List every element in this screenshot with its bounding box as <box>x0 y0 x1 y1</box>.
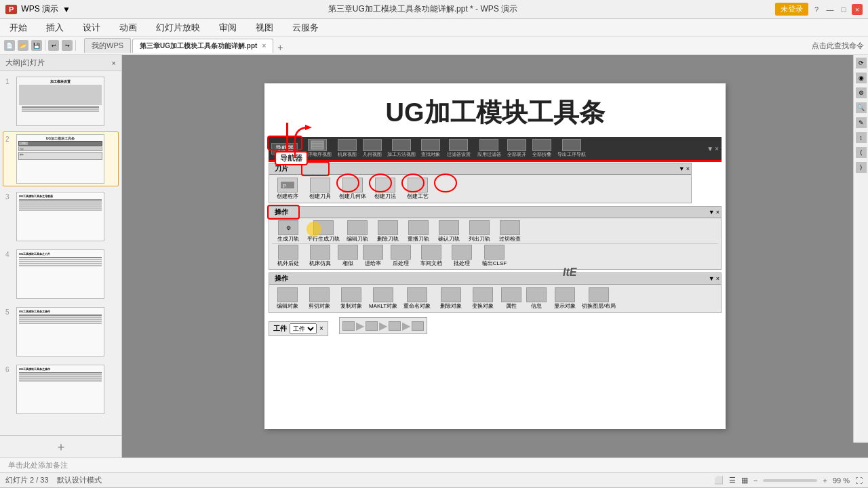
slide-item-4[interactable]: 4 UG工具模块工具条之刀片 <box>3 247 119 302</box>
rs-btn-3[interactable]: ⚙ <box>856 87 867 98</box>
maximize-button[interactable]: □ <box>838 4 849 15</box>
menu-design[interactable]: 设计 <box>79 20 104 35</box>
rs-btn-2[interactable]: ◉ <box>856 73 867 83</box>
add-slide-button[interactable]: ＋ <box>3 439 119 455</box>
nav-item-5[interactable]: 查找对象 <box>418 138 443 159</box>
nav-item-8[interactable]: 全部展开 <box>505 138 529 159</box>
login-button[interactable]: 未登录 <box>775 3 808 16</box>
op2-item-postprocess[interactable]: 后处理 <box>386 245 416 267</box>
slide-note[interactable]: 单击此处添加备注 <box>0 458 868 472</box>
knife-close-btn[interactable]: × <box>686 165 690 172</box>
obj-info[interactable]: 信息 <box>524 287 549 310</box>
knife-item-3[interactable]: 创建几何体 <box>337 178 368 200</box>
nav-item-6[interactable]: 过滤器设置 <box>443 138 473 159</box>
obj-transform[interactable]: 变换对象 <box>467 287 498 310</box>
op2-item-sim[interactable]: 机床仿真 <box>305 245 335 267</box>
tab-close-icon[interactable]: × <box>262 42 266 49</box>
fullscreen-btn[interactable]: ⛶ <box>855 476 863 485</box>
obj-copy[interactable]: 复制对象 <box>336 287 367 310</box>
nav-item-1[interactable]: 程序顺序视图 <box>300 138 334 159</box>
menu-view[interactable]: 视图 <box>252 20 277 35</box>
obj-prop[interactable]: 属性 <box>499 287 524 310</box>
menu-insert[interactable]: 插入 <box>42 20 68 35</box>
op2-item-similar[interactable]: 相似 <box>336 245 360 267</box>
obj-maklt[interactable]: MAKLT对象 <box>368 287 399 310</box>
slide-item-2[interactable]: 2 UG加工模块工具条 导航 刀片 操作 <box>3 131 119 186</box>
tool-ctrl-1[interactable] <box>342 321 355 331</box>
workpiece-close[interactable]: × <box>319 325 323 332</box>
rs-btn-5[interactable]: ✎ <box>856 117 867 128</box>
op-item-gen[interactable]: ⚙ 生成刀轨 <box>272 220 304 243</box>
knife-item-4[interactable]: 创建刀法 <box>370 178 401 200</box>
nav-item-3[interactable]: 几何视图 <box>360 138 384 159</box>
open-icon[interactable]: 📂 <box>18 40 28 51</box>
save-icon[interactable]: 💾 <box>31 40 42 51</box>
menu-animation[interactable]: 动画 <box>115 20 141 35</box>
help-button[interactable]: ? <box>811 4 822 15</box>
obj-show[interactable]: 显示对象 <box>549 287 580 310</box>
nav-item-9[interactable]: 全部折叠 <box>530 138 554 159</box>
nav-item-7[interactable]: 应用过滤器 <box>474 138 504 159</box>
tab-mywps[interactable]: 我的WPS <box>84 38 131 53</box>
redo-icon[interactable]: ↪ <box>62 40 73 51</box>
op-item-replay[interactable]: 重播刀轨 <box>403 220 433 243</box>
rs-btn-1[interactable]: ⟳ <box>856 58 867 68</box>
obj-rename[interactable]: 重命名对象 <box>399 287 435 310</box>
op2-item-feed[interactable]: 进给率 <box>361 245 385 267</box>
rs-btn-6[interactable]: ↕ <box>856 132 867 143</box>
rs-btn-4[interactable]: 🔍 <box>856 102 867 113</box>
menu-slideshow[interactable]: 幻灯片放映 <box>152 20 204 35</box>
nav-item-10[interactable]: 导出工序导航 <box>555 138 589 159</box>
new-icon[interactable]: 📄 <box>4 40 15 51</box>
nav-item-2[interactable]: 机床视图 <box>335 138 359 159</box>
undo-icon[interactable]: ↩ <box>48 40 59 51</box>
tool-ctrl-3[interactable] <box>389 321 401 331</box>
panel-outline-tab[interactable]: 大纲 <box>5 58 20 68</box>
op-menu-btn[interactable]: ▼ <box>709 209 715 216</box>
op-item-confirm[interactable]: 确认刀轨 <box>434 220 464 243</box>
op-close-btn[interactable]: × <box>716 209 719 216</box>
op2-item-batch[interactable]: 批处理 <box>447 245 477 267</box>
menu-start[interactable]: 开始 <box>5 20 31 35</box>
workpiece-select[interactable]: 工件 <box>290 323 317 334</box>
slide-item-6[interactable]: 6 UG工具模块工具条之操作 <box>3 362 119 417</box>
close-button[interactable]: × <box>852 4 863 15</box>
search-hint[interactable]: 点击此查找命令 <box>812 41 864 51</box>
zoom-slider[interactable] <box>763 479 817 482</box>
tab-add-button[interactable]: + <box>275 42 285 53</box>
knife-item-2[interactable]: 创建刀具 <box>304 178 336 200</box>
knife-item-5[interactable]: 创建工艺 <box>402 178 433 200</box>
panel-slides-tab[interactable]: 幻灯片 <box>22 58 45 68</box>
zoom-in-btn[interactable]: + <box>823 476 827 485</box>
panel-close-btn[interactable]: × <box>112 59 116 67</box>
op3-menu-btn[interactable]: ▼ <box>709 275 715 282</box>
op2-item-clsf[interactable]: 输出CLSF <box>477 245 511 267</box>
op-item-edit[interactable]: 编辑刀轨 <box>342 220 372 243</box>
op2-item-postproc[interactable]: 机外后处 <box>272 245 304 267</box>
slide-item-3[interactable]: 3 UG工具模块工具条之导航器 <box>3 189 119 244</box>
nav-item-4[interactable]: 加工方法视图 <box>385 138 418 159</box>
nav-bar-close[interactable]: × <box>715 145 719 152</box>
obj-cut[interactable]: 剪切对象 <box>304 287 335 310</box>
rs-btn-8[interactable]: ⟩ <box>856 162 867 173</box>
op2-item-doc[interactable]: 车间文档 <box>416 245 446 267</box>
tool-ctrl-4[interactable] <box>412 321 424 331</box>
nav-bar-menu[interactable]: ▼ <box>707 145 713 152</box>
tab-file[interactable]: 第三章UG加工模块工具条功能详解.ppt × <box>132 39 273 53</box>
op-item-check[interactable]: 过切检查 <box>495 220 525 243</box>
minimize-button[interactable]: — <box>825 4 835 15</box>
menu-cloud[interactable]: 云服务 <box>288 20 323 35</box>
obj-layer[interactable]: 切换图层/布局 <box>581 287 616 310</box>
zoom-out-btn[interactable]: − <box>753 476 757 485</box>
obj-delete[interactable]: 删除对象 <box>435 287 467 310</box>
menu-review[interactable]: 审阅 <box>215 20 241 35</box>
obj-edit[interactable]: 编辑对象 <box>272 287 303 310</box>
tool-ctrl-2[interactable] <box>366 321 378 331</box>
op-item-del[interactable]: 删除刀轨 <box>373 220 403 243</box>
op-item-par[interactable]: 平行生成刀轨 <box>305 220 342 243</box>
op3-close-btn[interactable]: × <box>716 275 719 282</box>
slide-item-5[interactable]: 5 UG工具模块工具条之操作 <box>3 304 119 359</box>
rs-btn-7[interactable]: ⟨ <box>856 147 867 158</box>
slide-item-1[interactable]: 1 加工模块设置 <box>3 74 119 129</box>
view-outline[interactable]: ☰ <box>729 476 736 485</box>
